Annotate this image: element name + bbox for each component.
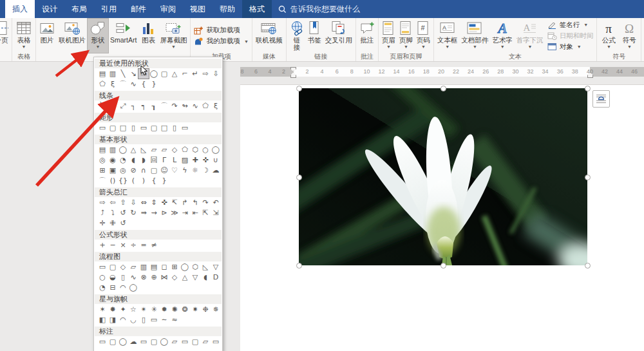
shape-item[interactable]: ( [128, 176, 138, 185]
shape-item[interactable]: ↬ [180, 101, 190, 111]
shape-item[interactable]: ▽ [211, 262, 221, 272]
shape-item[interactable]: × [118, 240, 128, 250]
shape-item[interactable]: □ [118, 123, 128, 133]
shape-item[interactable]: { [138, 79, 149, 89]
shape-item[interactable]: ▤ [149, 262, 159, 272]
shape-item[interactable]: ▢ [149, 166, 159, 175]
shape-item[interactable]: ╲ [118, 69, 128, 79]
shape-item[interactable]: ⤴ [97, 208, 108, 218]
shape-item[interactable]: ◖ [128, 155, 138, 165]
shape-item[interactable]: ◧ [97, 315, 108, 325]
shape-item[interactable]: ↻ [128, 208, 138, 218]
shape-item[interactable]: ◇ [169, 145, 180, 155]
shape-item[interactable]: ⇩ [128, 198, 138, 207]
对象-button[interactable]: 对象▼ [547, 43, 594, 52]
shape-item[interactable]: ▢ [108, 123, 118, 133]
shape-item[interactable]: = [138, 240, 149, 250]
shape-item[interactable]: ♡ [169, 166, 180, 175]
我的加载项-button[interactable]: 我的加载项▼ [194, 37, 248, 46]
shape-item[interactable]: ▭ [97, 262, 108, 272]
shape-item[interactable]: ✳ [149, 305, 159, 314]
shape-item[interactable]: ✦ [118, 305, 128, 314]
shape-item[interactable]: ▭ [138, 69, 149, 79]
layout-options-button[interactable] [592, 90, 610, 108]
shape-item[interactable]: ✷ [190, 305, 200, 314]
shape-item[interactable]: ▯ [128, 123, 138, 133]
shape-item[interactable]: ∪ [211, 155, 221, 165]
shape-item[interactable]: ⇧ [118, 198, 128, 207]
shape-item[interactable]: ▭ [149, 315, 159, 325]
shape-item[interactable]: ▤ [97, 69, 108, 79]
shape-item[interactable]: ⇲ [211, 208, 221, 218]
shape-item[interactable]: ⇥ [180, 208, 190, 218]
shape-item[interactable]: ✺ [169, 305, 180, 314]
shape-item[interactable]: ⋈ [159, 272, 169, 282]
shape-item[interactable]: ▭ [138, 123, 149, 133]
shape-item[interactable]: ✚ [190, 155, 200, 165]
shape-item[interactable]: ◎ [118, 166, 128, 175]
图表-button[interactable]: 图表 [138, 19, 158, 53]
shape-item[interactable]: ∩ [138, 166, 149, 175]
日期和时间-button[interactable]: 日期和时间 [547, 32, 594, 41]
shape-item[interactable]: ◔ [97, 283, 108, 292]
shape-item[interactable]: △ [128, 145, 138, 155]
horizontal-ruler[interactable]: 8642246810121416182022242628303234363840… [240, 67, 644, 77]
shape-item[interactable]: ▽ [190, 272, 200, 282]
shape-item[interactable]: ☼ [190, 166, 200, 175]
书签-button[interactable]: 书签 [306, 19, 323, 53]
获取加载项-button[interactable]: 获取加载项 [194, 26, 248, 35]
shape-item[interactable]: △ [180, 272, 190, 282]
tell-me-search[interactable]: 告诉我你想要做什么 [278, 0, 360, 18]
联机图片-button[interactable]: 联机图片 [57, 19, 88, 53]
shape-item[interactable]: ▢ [159, 69, 169, 79]
shape-item[interactable]: ⌒ [97, 176, 108, 185]
shape-item[interactable]: ▱ [200, 337, 211, 346]
页脚-button[interactable]: 页脚▼ [397, 19, 415, 53]
tab-帮助[interactable]: 帮助 [213, 0, 242, 18]
shape-item[interactable]: ◇ [169, 272, 180, 282]
shape-item[interactable]: ⊟ [108, 283, 118, 292]
shape-item[interactable]: △ [169, 69, 180, 79]
shape-item[interactable]: ✹ [159, 305, 169, 314]
符号-button[interactable]: Ω符号▼ [619, 19, 639, 53]
表格-button[interactable]: 表格▼ [14, 19, 34, 53]
shape-item[interactable]: ○ [200, 145, 211, 155]
shape-item[interactable]: ▭ [180, 123, 190, 133]
文档部件-button[interactable]: 文档部件▼ [459, 19, 490, 53]
shape-item[interactable]: ▱ [169, 337, 180, 346]
shape-item[interactable]: ↘ [128, 69, 138, 79]
image-resize-handle[interactable] [296, 86, 302, 91]
shape-item[interactable]: ◒ [108, 272, 118, 282]
shape-item[interactable]: ▢ [149, 123, 159, 133]
SmartArt-button[interactable]: SmartArt [108, 19, 138, 53]
shape-item[interactable]: ∿ [128, 272, 138, 282]
shape-item[interactable]: ◨ [108, 315, 118, 325]
shape-item[interactable]: ┐ [128, 101, 138, 111]
shape-item[interactable]: □ [159, 123, 169, 133]
shape-item[interactable]: ▭ [138, 337, 149, 346]
shape-item[interactable]: ◯ [118, 145, 128, 155]
shape-item[interactable]: ▱ [159, 145, 169, 155]
shape-item[interactable]: {} [118, 176, 128, 185]
shape-item[interactable]: ▢ [149, 337, 159, 346]
shape-item[interactable]: ▢ [108, 337, 118, 346]
shape-item[interactable]: ∿ [128, 79, 138, 89]
shape-item[interactable]: ✙ [108, 218, 118, 228]
shape-item[interactable]: ☁ [211, 166, 221, 175]
shape-item[interactable]: ⬠ [97, 79, 108, 89]
shape-item[interactable]: ▢ [108, 262, 118, 272]
shape-item[interactable]: } [149, 79, 159, 89]
shape-item[interactable]: ϟ [180, 166, 190, 175]
链接-button[interactable]: 链接 [288, 19, 306, 53]
shape-item[interactable]: ✸ [108, 305, 118, 314]
image-resize-handle[interactable] [440, 263, 446, 269]
shape-item[interactable]: { [149, 176, 159, 185]
shape-item[interactable]: ┑ [138, 101, 149, 111]
shape-item[interactable]: ◎ [97, 155, 108, 165]
shape-item[interactable]: ) [138, 176, 149, 185]
shape-item[interactable]: ▭ [180, 337, 190, 346]
shape-item[interactable]: ✵ [211, 305, 221, 314]
艺术字-button[interactable]: A艺术字▼ [490, 19, 515, 53]
shape-item[interactable]: ☽ [200, 166, 211, 175]
shape-item[interactable]: ◠ [118, 283, 128, 292]
